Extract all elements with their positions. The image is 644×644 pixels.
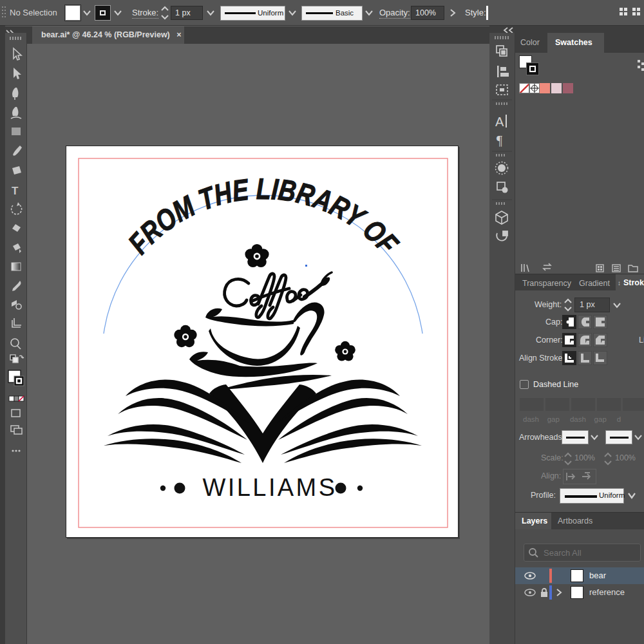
svg-text:FROM THE LIBRARY OF: FROM THE LIBRARY OF bbox=[122, 172, 405, 261]
svg-text:T: T bbox=[12, 185, 19, 197]
svg-text:¶: ¶ bbox=[497, 133, 502, 147]
svg-text:A: A bbox=[495, 115, 504, 129]
svg-text:WILLIAMS: WILLIAMS bbox=[203, 474, 337, 501]
